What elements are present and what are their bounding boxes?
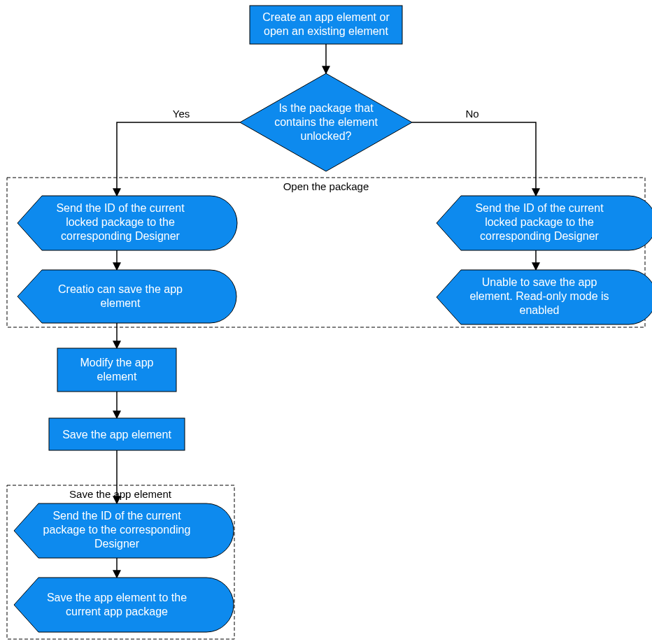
node-no-send-line1: Send the ID of the current bbox=[475, 202, 604, 214]
edge-decision-no bbox=[412, 122, 536, 196]
node-decision-line2: contains the element bbox=[274, 116, 378, 128]
node-start-line1: Create an app element or bbox=[262, 11, 390, 23]
node-save-line1: Save the app element bbox=[62, 429, 171, 441]
node-send-current-line2: package to the corresponding bbox=[43, 524, 191, 536]
label-yes: Yes bbox=[173, 108, 190, 120]
node-decision-line1: Is the package that bbox=[278, 102, 374, 114]
node-no-send-line2: locked package to the bbox=[485, 216, 594, 228]
edge-decision-yes bbox=[117, 122, 240, 196]
node-no-send-line3: corresponding Designer bbox=[480, 230, 600, 242]
node-yes-send-line3: corresponding Designer bbox=[61, 230, 180, 242]
node-can-save-line1: Creatio can save the app bbox=[58, 283, 183, 295]
node-send-current-line1: Send the ID of the current bbox=[52, 510, 181, 522]
node-can-save: Creatio can save the app element bbox=[17, 270, 236, 323]
node-send-current-line3: Designer bbox=[94, 538, 140, 550]
node-save: Save the app element bbox=[49, 418, 185, 450]
node-read-only: Unable to save the app element. Read-onl… bbox=[437, 270, 652, 324]
node-read-only-line1: Unable to save the app bbox=[482, 276, 597, 288]
node-read-only-line3: enabled bbox=[520, 304, 560, 316]
node-yes-send-line2: locked package to the bbox=[66, 216, 175, 228]
node-save-to-pkg: Save the app element to the current app … bbox=[14, 578, 234, 632]
node-start-line2: open an existing element bbox=[264, 25, 388, 37]
node-start: Create an app element or open an existin… bbox=[250, 6, 402, 44]
node-yes-send: Send the ID of the current locked packag… bbox=[17, 196, 237, 250]
flowchart-canvas: Open the package Save the app element Ye… bbox=[0, 0, 652, 644]
node-send-current: Send the ID of the current package to th… bbox=[14, 503, 234, 558]
node-decision: Is the package that contains the element… bbox=[240, 73, 412, 171]
node-yes-send-line1: Send the ID of the current bbox=[56, 202, 185, 214]
node-modify-line2: element bbox=[97, 371, 137, 382]
node-modify: Modify the app element bbox=[57, 348, 176, 392]
node-can-save-line2: element bbox=[101, 297, 141, 309]
node-no-send: Send the ID of the current locked packag… bbox=[437, 196, 652, 250]
node-modify-line1: Modify the app bbox=[80, 357, 154, 368]
label-no: No bbox=[465, 108, 479, 120]
node-decision-line3: unlocked? bbox=[301, 130, 352, 142]
node-read-only-line2: element. Read-only mode is bbox=[469, 290, 609, 302]
node-save-to-pkg-line2: current app package bbox=[66, 606, 168, 617]
node-save-to-pkg-line1: Save the app element to the bbox=[47, 592, 187, 603]
svg-rect-2 bbox=[57, 348, 176, 392]
flowchart-svg: Open the package Save the app element Ye… bbox=[0, 0, 652, 644]
group-save-element-title: Save the app element bbox=[69, 488, 172, 500]
group-open-package-title: Open the package bbox=[283, 180, 369, 192]
